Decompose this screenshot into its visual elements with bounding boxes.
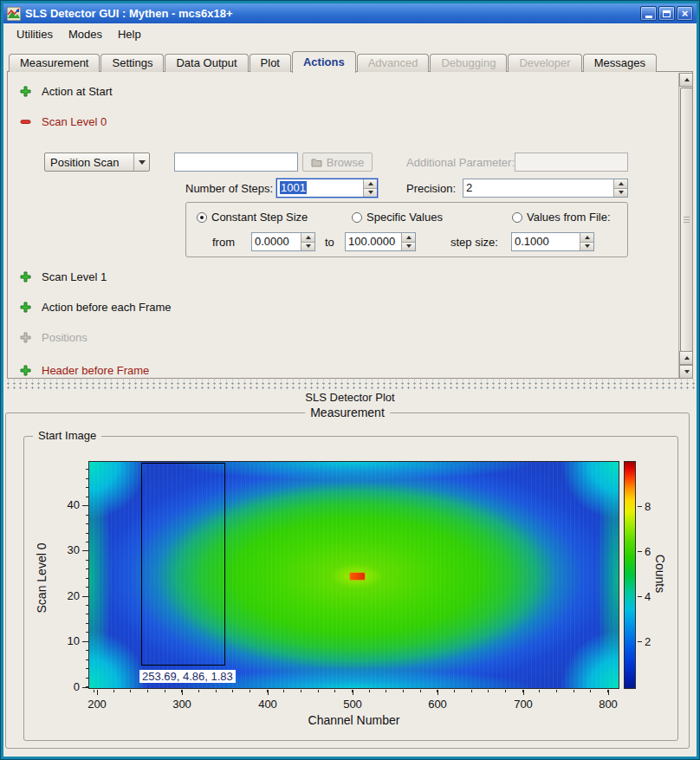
actions-tab-page: Action at Start Scan Level 0 Position Sc… xyxy=(7,71,693,379)
x-tick-label: 400 xyxy=(258,698,277,711)
splitter-handle[interactable] xyxy=(3,380,697,390)
x-tick-label: 700 xyxy=(514,698,533,711)
from-spinbox[interactable]: 0.0000 xyxy=(251,232,315,251)
precision-spinbox[interactable]: 2 xyxy=(463,179,628,198)
expand-plus-disabled-icon xyxy=(20,332,31,343)
x-tick-label: 200 xyxy=(88,698,107,711)
constant-step-size-option[interactable]: Constant Step Size xyxy=(197,211,308,224)
peak-hotspot xyxy=(350,573,365,580)
x-tick-label: 800 xyxy=(599,698,618,711)
to-spinbox[interactable]: 100.0000 xyxy=(345,232,416,251)
folder-icon xyxy=(311,158,322,167)
menu-modes[interactable]: Modes xyxy=(61,25,110,43)
tab-developer: Developer xyxy=(508,54,581,72)
colorbar-title: Counts xyxy=(653,530,667,617)
tab-data-output[interactable]: Data Output xyxy=(165,54,248,72)
tab-plot[interactable]: Plot xyxy=(250,54,291,72)
plot-dock-title: SLS Detector Plot xyxy=(0,391,700,406)
maximize-icon xyxy=(663,10,671,17)
constant-step-size-label: Constant Step Size xyxy=(211,211,308,224)
expand-plus-icon[interactable] xyxy=(20,302,31,313)
precision-label: Precision: xyxy=(406,182,456,195)
to-spin-buttons[interactable] xyxy=(401,233,415,250)
collapse-minus-icon[interactable] xyxy=(20,116,31,127)
scan-level-0-row: Scan Level 0 xyxy=(20,115,107,128)
window-title: SLS Detector GUI : Mythen - mcs6x18+ xyxy=(25,7,638,20)
scroll-up-button-bottom[interactable] xyxy=(679,351,693,365)
step-size-spinbox[interactable]: 0.1000 xyxy=(511,232,594,251)
browse-label: Browse xyxy=(327,156,364,169)
minimize-button[interactable] xyxy=(640,6,657,21)
cursor-readout: 253.69, 4.86, 1.83 xyxy=(139,670,236,683)
menu-utilities[interactable]: Utilities xyxy=(9,25,61,43)
scan-mode-value: Position Scan xyxy=(45,156,133,169)
scrollbar-thumb[interactable] xyxy=(680,88,693,352)
tab-messages[interactable]: Messages xyxy=(583,54,657,72)
tab-advanced: Advanced xyxy=(357,54,430,72)
step-size-value: 0.1000 xyxy=(515,235,549,248)
precision-spin-buttons[interactable] xyxy=(613,179,627,197)
scan-mode-dropdown[interactable]: Position Scan xyxy=(44,153,150,172)
action-at-start-row: Action at Start xyxy=(20,85,113,98)
menubar: Utilities Modes Help xyxy=(3,23,697,44)
y-tick-label: 0 xyxy=(54,680,80,693)
header-before-frame-row: Header before Frame xyxy=(20,364,149,377)
step-size-spin-buttons[interactable] xyxy=(580,233,593,250)
positions-label: Positions xyxy=(42,331,88,344)
number-of-steps-spinbox[interactable]: 1001 xyxy=(276,179,378,198)
to-label: to xyxy=(325,236,334,249)
start-image-group-title: Start Image xyxy=(33,429,101,442)
titlebar: SLS Detector GUI : Mythen - mcs6x18+ × xyxy=(3,3,697,23)
actions-scrollbar[interactable] xyxy=(678,73,693,379)
expand-plus-icon[interactable] xyxy=(20,365,31,376)
x-major-tick xyxy=(97,690,98,695)
radio-unchecked-icon[interactable] xyxy=(512,212,522,223)
number-of-steps-spin-buttons[interactable] xyxy=(363,179,377,197)
scroll-down-button[interactable] xyxy=(679,365,693,379)
browse-button: Browse xyxy=(302,153,373,172)
y-axis-title: Scan Level 0 xyxy=(35,491,49,665)
precision-value: 2 xyxy=(466,181,472,194)
values-from-file-label: Values from File: xyxy=(527,211,611,224)
action-before-frame-label: Action before each Frame xyxy=(42,301,172,314)
from-spin-buttons[interactable] xyxy=(301,233,314,250)
step-mode-groupbox: Constant Step Size Specific Values Value… xyxy=(185,202,628,257)
scroll-up-button[interactable] xyxy=(679,73,693,87)
tab-actions[interactable]: Actions xyxy=(292,51,356,73)
colorbar-tick-label: 8 xyxy=(645,500,651,513)
expand-plus-icon[interactable] xyxy=(20,86,31,97)
heatmap-canvas[interactable]: 253.69, 4.86, 1.83 xyxy=(88,461,619,689)
colorbar-tick-label: 2 xyxy=(645,635,651,648)
y-tick-label: 40 xyxy=(54,498,80,511)
colorbar-tick xyxy=(638,641,642,642)
x-major-tick xyxy=(608,690,609,695)
positions-row: Positions xyxy=(20,331,88,344)
app-window: SLS Detector GUI : Mythen - mcs6x18+ × U… xyxy=(0,0,700,760)
from-value: 0.0000 xyxy=(255,235,289,248)
specific-values-option[interactable]: Specific Values xyxy=(352,211,443,224)
menu-help[interactable]: Help xyxy=(110,25,149,43)
x-major-tick xyxy=(182,690,183,695)
to-value: 100.0000 xyxy=(348,235,395,248)
scan-level-0-label: Scan Level 0 xyxy=(42,115,107,128)
close-icon: × xyxy=(682,8,689,19)
tab-measurement[interactable]: Measurement xyxy=(9,54,100,72)
values-from-file-option[interactable]: Values from File: xyxy=(512,211,611,224)
colorbar xyxy=(624,461,636,689)
expand-plus-icon[interactable] xyxy=(20,271,31,283)
radio-unchecked-icon[interactable] xyxy=(352,212,362,223)
tab-settings[interactable]: Settings xyxy=(100,54,164,72)
y-tick-label: 10 xyxy=(54,634,80,647)
maximize-button[interactable] xyxy=(658,6,675,21)
scan-script-input[interactable] xyxy=(174,153,298,172)
close-button[interactable]: × xyxy=(677,6,693,21)
radio-checked-icon[interactable] xyxy=(197,212,207,223)
x-tick-label: 500 xyxy=(343,698,362,711)
y-tick-label: 20 xyxy=(54,589,80,602)
x-axis-title: Channel Number xyxy=(88,713,619,727)
colorbar-tick-label: 6 xyxy=(645,545,651,558)
specific-values-label: Specific Values xyxy=(366,211,443,224)
x-tick-label: 600 xyxy=(428,698,447,711)
app-icon xyxy=(7,7,21,21)
colorbar-tick xyxy=(638,596,642,597)
